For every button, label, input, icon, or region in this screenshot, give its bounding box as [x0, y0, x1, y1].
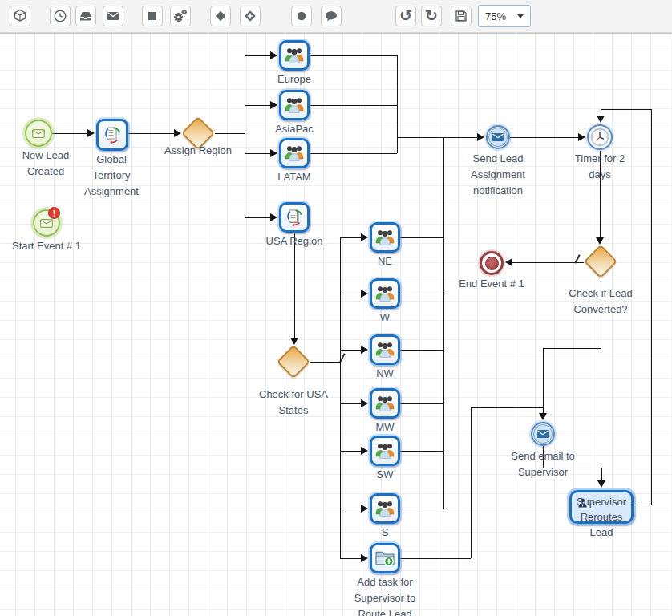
clock-icon [53, 9, 67, 23]
sequence-flow-segment [397, 137, 477, 138]
flow-arrowhead [361, 447, 368, 455]
node-check-for-usa-states-gateway[interactable] [277, 345, 310, 379]
undo-button[interactable]: ↺ [395, 6, 416, 26]
speech-bubble-icon [324, 9, 338, 23]
flow-arrowhead [361, 346, 368, 354]
diamond-plus-icon [243, 9, 257, 23]
flow-arrowhead [361, 290, 368, 298]
node-ne[interactable] [370, 222, 400, 253]
undo-icon: ↺ [399, 9, 412, 23]
sequence-flow-segment [52, 133, 88, 134]
sequence-flow-segment [245, 217, 270, 218]
sequence-flow-segment [340, 558, 361, 559]
node-label-mw: MW [365, 419, 405, 436]
sequence-flow-segment [340, 294, 361, 294]
flow-arrowhead [596, 237, 604, 245]
process-designer-window: ↺ ↻ 75% [0, 0, 672, 616]
node-label-supervisor-reroutes-lead: Supervisor Reroutes Lead [572, 494, 631, 540]
sequence-flow-segment [443, 137, 444, 509]
node-label-asiapac: AsiaPac [266, 121, 322, 137]
node-send-lead-assignment-notification[interactable] [486, 125, 510, 149]
task-tool-button[interactable] [142, 6, 163, 26]
node-latam[interactable] [279, 138, 310, 168]
sequence-flow-segment [399, 558, 471, 559]
flow-arrowhead [290, 338, 298, 345]
node-label-assign-region: Assign Region [162, 143, 234, 159]
object-tool-button[interactable] [10, 6, 30, 26]
receive-task-tool-button[interactable] [75, 6, 96, 26]
timer-event-tool-button[interactable] [50, 6, 71, 26]
people-icon [284, 144, 305, 163]
event-tool-button[interactable] [291, 6, 312, 26]
node-usa-region[interactable] [279, 202, 310, 233]
sequence-flow-segment [399, 403, 443, 404]
flow-arrowhead [597, 480, 605, 488]
flow-arrowhead [270, 51, 277, 59]
node-label-w: W [365, 310, 405, 326]
node-sw[interactable] [370, 436, 400, 466]
node-global-territory-assignment[interactable] [96, 119, 128, 151]
node-mw[interactable] [370, 388, 400, 419]
sequence-flow-segment [543, 348, 601, 349]
node-w[interactable] [370, 278, 400, 309]
people-icon [374, 228, 395, 247]
cube-icon [13, 9, 27, 23]
node-asiapac[interactable] [279, 90, 310, 120]
save-button[interactable] [451, 6, 472, 26]
gateway-tool-button[interactable] [210, 6, 231, 26]
annotation-tool-button[interactable] [321, 6, 342, 26]
node-add-task-for-supervisor[interactable] [370, 543, 400, 573]
node-label-sw: SW [365, 467, 405, 483]
node-label-timer-for-2-days: Timer for 2 days [568, 151, 632, 183]
flow-arrowhead [270, 213, 277, 221]
node-label-send-email-to-supervisor: Send email to Supervisor [503, 448, 583, 480]
flow-arrowhead [505, 258, 512, 266]
node-s[interactable] [370, 493, 400, 524]
node-check-if-lead-converted-gateway[interactable] [584, 245, 617, 278]
flow-arrowhead [361, 233, 368, 241]
sequence-flow-segment [399, 237, 443, 238]
people-icon [284, 95, 305, 115]
node-label-usa-region: USA Region [262, 233, 326, 249]
folder-plus-icon [374, 549, 395, 568]
sequence-flow-segment [634, 505, 651, 505]
sequence-flow-segment [397, 55, 398, 153]
error-badge: ! [48, 207, 60, 219]
flow-arrowhead [361, 505, 368, 513]
circle-icon [294, 9, 309, 23]
node-label-start-event-1: Start Event # 1 [10, 238, 83, 254]
message-event-tool-button[interactable] [103, 6, 123, 26]
service-task-tool-button[interactable] [170, 6, 191, 26]
sequence-flow-segment [340, 237, 341, 558]
gears-icon [173, 9, 188, 23]
sequence-flow-segment [309, 55, 397, 56]
flow-arrowhead [270, 149, 277, 157]
save-icon [454, 9, 468, 23]
node-label-global-territory-assignment: Global Territory Assignment [79, 152, 144, 200]
sequence-flow-segment [310, 362, 340, 363]
diagram-canvas[interactable]: New Lead Created Global Territory Assign… [0, 33, 672, 616]
node-start-event-1[interactable]: ! [33, 209, 60, 237]
sequence-flow-segment [399, 509, 443, 509]
node-label-latam: LATAM [266, 169, 322, 185]
node-europe[interactable] [279, 40, 310, 71]
sequence-flow-segment [601, 109, 601, 116]
end-event-inner-circle [485, 257, 499, 270]
sequence-flow-segment [399, 451, 443, 452]
node-timer-for-2-days[interactable] [587, 124, 613, 150]
node-end-event-1[interactable] [480, 251, 504, 275]
people-icon [374, 441, 395, 460]
flow-arrowhead [87, 129, 95, 137]
flow-arrowhead [174, 129, 181, 137]
node-new-lead-created[interactable] [25, 120, 52, 147]
flow-arrowhead [477, 133, 484, 141]
node-label-send-lead-assignment-notification: Send Lead Assignment notification [455, 151, 540, 199]
complex-gateway-tool-button[interactable] [240, 6, 261, 26]
node-send-email-to-supervisor[interactable] [531, 422, 555, 446]
node-nw[interactable] [370, 334, 400, 365]
sequence-flow-segment [399, 294, 443, 294]
redo-button[interactable]: ↻ [421, 6, 442, 26]
node-supervisor-reroutes-lead[interactable]: Supervisor Reroutes Lead [569, 490, 634, 524]
zoom-select[interactable]: 75% [478, 5, 531, 27]
sequence-flow-segment [543, 348, 544, 413]
